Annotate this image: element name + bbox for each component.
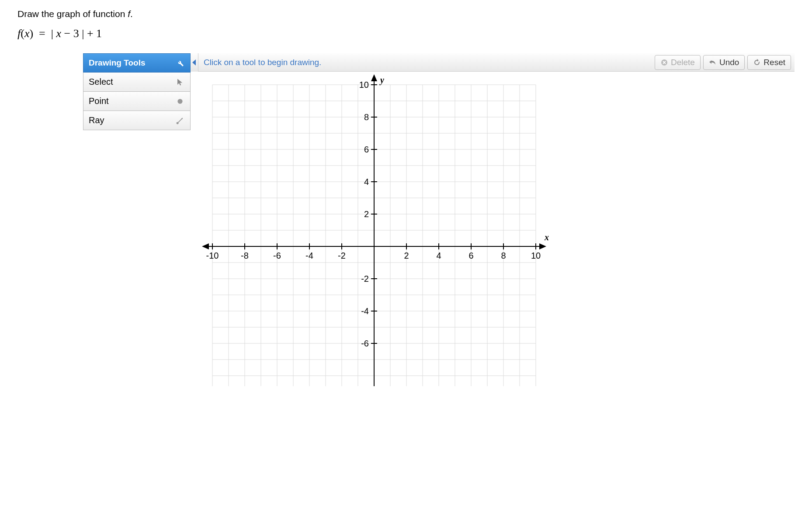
svg-text:8: 8	[501, 251, 506, 260]
svg-marker-4	[192, 59, 196, 66]
reset-button[interactable]: Reset	[747, 55, 791, 70]
svg-marker-51	[202, 243, 209, 249]
svg-text:8: 8	[364, 112, 369, 122]
tool-point[interactable]: Point	[83, 92, 191, 111]
svg-text:-10: -10	[206, 251, 219, 260]
tool-ray-label: Ray	[89, 115, 104, 125]
svg-text:6: 6	[468, 251, 473, 260]
svg-text:10: 10	[359, 80, 369, 90]
delete-button[interactable]: Delete	[655, 55, 701, 70]
wrench-icon[interactable]	[175, 58, 185, 68]
collapse-sidebar-button[interactable]	[191, 53, 198, 72]
svg-text:10: 10	[531, 251, 541, 260]
tools-header: Drawing Tools	[83, 53, 191, 73]
sidebar: Drawing Tools Select Point Ray	[83, 53, 191, 386]
graphing-app: Drawing Tools Select Point Ray	[83, 53, 795, 386]
graph-area[interactable]: -10-8-6-4-2246810-6-4-2246810xy	[191, 72, 795, 386]
cursor-icon	[175, 77, 185, 87]
reset-label: Reset	[763, 58, 785, 67]
svg-text:-8: -8	[241, 251, 249, 260]
tool-ray[interactable]: Ray	[83, 111, 191, 130]
ray-icon	[175, 116, 185, 125]
tool-point-label: Point	[89, 96, 109, 106]
svg-text:y: y	[379, 75, 384, 85]
svg-text:-4: -4	[361, 306, 369, 316]
svg-text:x: x	[544, 232, 549, 242]
topbar: Click on a tool to begin drawing. Delete…	[191, 53, 795, 72]
prompt-text: Draw the graph of function f.	[17, 9, 795, 19]
svg-text:-6: -6	[361, 339, 369, 348]
svg-text:2: 2	[364, 209, 369, 219]
prompt-label: Draw the graph of function f.	[17, 9, 133, 19]
formula: f(x) = | x − 3 | + 1	[17, 27, 795, 40]
reset-icon	[753, 59, 761, 66]
undo-button[interactable]: Undo	[703, 55, 745, 70]
svg-text:-4: -4	[305, 251, 313, 260]
svg-text:2: 2	[404, 251, 409, 260]
svg-text:4: 4	[436, 251, 441, 260]
svg-marker-50	[539, 243, 546, 249]
delete-icon	[660, 59, 668, 66]
tool-select-label: Select	[89, 77, 113, 87]
svg-text:-6: -6	[273, 251, 281, 260]
undo-icon	[709, 59, 717, 66]
point-icon	[175, 97, 185, 106]
tools-header-label: Drawing Tools	[89, 58, 145, 68]
main-panel: Click on a tool to begin drawing. Delete…	[191, 53, 795, 386]
delete-label: Delete	[671, 58, 695, 67]
svg-point-0	[177, 99, 182, 104]
tool-select[interactable]: Select	[83, 73, 191, 92]
coordinate-grid[interactable]: -10-8-6-4-2246810-6-4-2246810xy	[191, 72, 558, 386]
svg-text:-2: -2	[361, 274, 369, 284]
svg-text:4: 4	[364, 177, 369, 187]
undo-label: Undo	[719, 58, 739, 67]
svg-marker-52	[371, 74, 377, 81]
svg-text:6: 6	[364, 145, 369, 154]
hint-text: Click on a tool to begin drawing.	[204, 58, 652, 67]
svg-text:-2: -2	[338, 251, 346, 260]
